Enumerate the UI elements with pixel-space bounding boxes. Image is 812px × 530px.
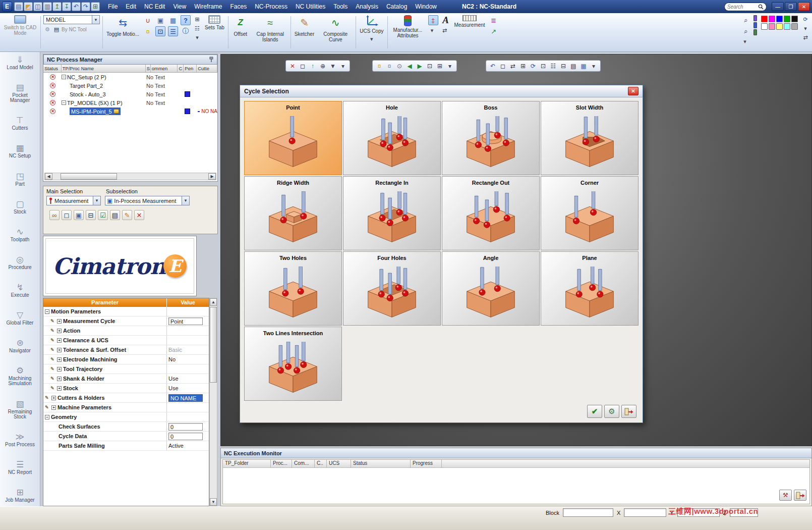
parameter-row-tolerance-surf-offset[interactable]: ✎+Tolerance & Surf. OffsetBasic <box>43 345 209 355</box>
arrow-ne-icon[interactable]: ↗ <box>489 26 499 36</box>
process-row-stock-auto-3[interactable]: ✕Stock - Auto_3No Text <box>43 90 217 98</box>
scrollbar-thumb[interactable] <box>210 307 217 383</box>
sets-tab-button[interactable]: Sets Tab <box>203 14 226 50</box>
parameter-row-cutters-holders[interactable]: ✎+Cutters & HoldersNO NAME <box>43 393 209 403</box>
dropdown-icon[interactable]: ▾ <box>445 62 454 71</box>
swap-icon[interactable]: ⇄ <box>508 62 517 71</box>
cycle-tile-corner[interactable]: Corner <box>541 176 639 250</box>
dialog-close-icon[interactable]: ✕ <box>628 87 639 95</box>
scroll-left-icon[interactable]: ◀ <box>45 173 52 180</box>
chevron-down-icon[interactable]: ▾ <box>741 37 749 45</box>
column-header-c[interactable]: C <box>178 65 184 72</box>
row-name-cell[interactable]: −NC_Setup (2 P) <box>62 74 146 80</box>
tree-collapse-icon[interactable]: − <box>62 100 66 105</box>
chevron-down-icon[interactable]: ▾ <box>801 24 809 32</box>
sidebar-item-nc-report[interactable]: ☰NC Report <box>0 460 40 475</box>
redo-icon[interactable]: ↷ <box>81 2 90 11</box>
sidebar-item-job-manager[interactable]: ⊞Job Manager <box>0 488 40 503</box>
tree-expand-icon[interactable]: + <box>51 396 56 400</box>
table-icon[interactable]: ▦ <box>579 62 588 71</box>
undo-icon[interactable]: ↶ <box>72 2 81 11</box>
parameter-row-motion-parameters[interactable]: −Motion Parameters <box>43 307 209 316</box>
parameter-value-cell[interactable]: Point <box>167 317 209 325</box>
box-sel-icon[interactable]: ⊡ <box>425 62 434 71</box>
parameter-row-shank-holder[interactable]: ✎+Shank & HolderUse <box>43 374 209 384</box>
select-box-icon[interactable]: ◻ <box>62 210 72 220</box>
tree-expand-icon[interactable]: + <box>57 386 62 391</box>
exit-button[interactable] <box>621 405 636 418</box>
tree-expand-icon[interactable]: + <box>57 348 62 352</box>
gear-icon[interactable]: ⚙ <box>43 25 51 33</box>
parameter-row-check-surfaces[interactable]: Check Surfaces0 <box>43 422 209 432</box>
toggle-motion-button[interactable]: ⇆ Toggle Motio... <box>105 14 141 50</box>
vertical-scrollbar[interactable]: ▲ ▼ <box>209 298 217 506</box>
horizontal-scrollbar[interactable]: ◀ ▶ <box>44 173 216 180</box>
text-annotation-icon[interactable]: A <box>441 15 451 25</box>
rows-icon[interactable]: ▤ <box>569 62 578 71</box>
measure-pin-toggle[interactable]: ‡ <box>428 15 438 25</box>
parameter-value-cell[interactable]: NO NAME <box>167 394 209 402</box>
undo-icon[interactable]: ↶ <box>488 62 497 71</box>
manufacturing-attributes-button[interactable]: Manufactur... Attributes <box>390 14 426 50</box>
cycle-tile-four-holes[interactable]: Four Holes <box>343 251 441 326</box>
chevron-down-icon[interactable]: ▾ <box>368 35 376 43</box>
box-sel-icon[interactable]: ⊡ <box>539 62 548 71</box>
parameter-value-cell[interactable]: 0 <box>167 423 209 431</box>
sidebar-item-toolpath[interactable]: ∿Toolpath <box>0 227 40 243</box>
cycle-tile-two-lines-intersection[interactable]: Two Lines Intersection <box>244 327 342 401</box>
menu-item-nc-edit[interactable]: NC Edit <box>140 2 169 12</box>
tree-expand-icon[interactable]: + <box>57 377 62 381</box>
cycle-tile-point[interactable]: Point <box>244 101 342 175</box>
row-name-cell[interactable]: −TP_MODEL (5X) (1 P) <box>62 100 146 106</box>
sidebar-item-global-filter[interactable]: ▽Global Filter <box>0 310 40 326</box>
zoom-in-icon[interactable]: ⌕ <box>741 15 751 25</box>
parameter-value-cell[interactable]: Basic <box>167 347 209 353</box>
advanced-button[interactable]: ⚙ <box>604 405 619 418</box>
select-box-icon[interactable]: ◻ <box>298 62 307 71</box>
tree-expand-icon[interactable]: + <box>57 329 62 333</box>
monitor-column-com[interactable]: Com... <box>292 460 315 467</box>
table-icon[interactable]: ▦ <box>168 15 178 25</box>
parameter-value-cell[interactable]: Active <box>167 443 209 449</box>
menu-item-faces[interactable]: Faces <box>226 2 251 12</box>
eye-icon[interactable]: ⊙ <box>395 62 404 71</box>
color-swatch[interactable] <box>791 23 798 30</box>
menu-item-file[interactable]: File <box>104 2 122 12</box>
row-name-cell[interactable]: Stock - Auto_3 <box>62 91 146 97</box>
column-header-ommen[interactable]: ommen <box>151 65 178 72</box>
sidebar-item-execute[interactable]: ↯Execute <box>0 283 40 298</box>
delete-icon[interactable]: ✕ <box>288 62 297 71</box>
catalog-books-icons[interactable] <box>753 14 758 50</box>
stack-icon[interactable]: ☷ <box>549 62 558 71</box>
cycle-tile-plane[interactable]: Plane <box>541 251 639 326</box>
column-header-status[interactable]: Status <box>43 65 62 72</box>
color-swatch[interactable] <box>784 16 790 22</box>
dropdown-icon[interactable]: ▾ <box>589 62 598 71</box>
select-box-icon[interactable]: ◻ <box>498 62 507 71</box>
target-icon[interactable]: ⊕ <box>318 62 327 71</box>
main-selection-dropdown[interactable]: Measurement ▼ <box>46 196 101 205</box>
tree-expand-icon[interactable]: + <box>57 357 62 362</box>
open-folder-icon[interactable]: ◩ <box>24 2 33 11</box>
tree-expand-icon[interactable]: + <box>57 319 62 324</box>
process-row-nc-setup-2-p[interactable]: ✕−NC_Setup (2 P)No Text <box>43 73 217 81</box>
switch-to-cad-mode-button[interactable]: Switch to CAD Mode <box>2 14 38 50</box>
scroll-down-icon[interactable]: ▼ <box>210 498 217 506</box>
minimize-button[interactable]: — <box>772 2 784 11</box>
sidebar-item-procedure[interactable]: ◎Procedure <box>0 255 40 271</box>
close-button[interactable]: ✕ <box>798 2 810 11</box>
cycle-tile-two-holes[interactable]: Two Holes <box>244 251 342 326</box>
check-icon[interactable]: ☑ <box>98 210 108 220</box>
rotate-icon[interactable]: ⟳ <box>529 62 538 71</box>
sidebar-item-part[interactable]: ◳Part <box>0 172 40 187</box>
sidebar-item-remaining-stock[interactable]: ▧Remaining Stock <box>0 399 40 420</box>
pencil-icon[interactable]: ✎ <box>122 210 132 220</box>
chevron-down-icon[interactable]: ▼ <box>92 16 99 24</box>
parameter-row-clearance-ucs[interactable]: ✎+Clearance & UCS <box>43 336 209 345</box>
monitor-table-header[interactable]: TP_FolderProc...Com...C..UCSStatusProgre… <box>223 460 809 468</box>
link-icon[interactable]: ∞ <box>49 210 60 220</box>
color-swatch[interactable] <box>761 16 768 22</box>
process-row-target-part-2[interactable]: ✕Target Part_2No Text <box>43 81 217 90</box>
calc-icon[interactable]: ⊞ <box>91 2 100 11</box>
cap-internal-islands-button[interactable]: ≈ Cap Internal Islands <box>252 14 288 50</box>
